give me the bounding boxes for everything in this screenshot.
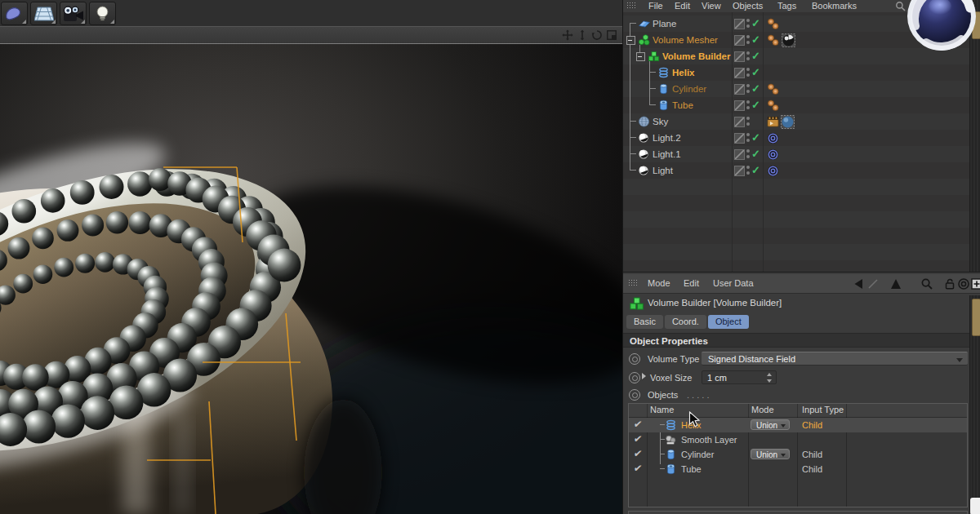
target-tag-icon[interactable] — [767, 165, 779, 177]
expand-arrow-icon[interactable] — [642, 373, 646, 379]
viewport-pan-icon[interactable] — [561, 29, 573, 41]
object-row-tube[interactable]: Tube✓ — [623, 97, 969, 113]
enabled-check-icon[interactable]: ✓ — [751, 33, 760, 46]
voxel-size-key-radio[interactable] — [629, 372, 640, 383]
table-row-smooth-layer[interactable]: ✔Smooth Layer — [629, 432, 967, 447]
enabled-check-icon[interactable]: ✓ — [751, 50, 760, 62]
orange-dots-tag-icon[interactable] — [767, 99, 780, 113]
visibility-dots[interactable] — [746, 84, 750, 94]
layer-color-chip[interactable] — [734, 19, 745, 29]
tube-icon[interactable] — [657, 100, 670, 111]
mode-dropdown[interactable]: Union — [751, 449, 790, 459]
enabled-check-icon[interactable]: ✓ — [751, 164, 760, 176]
enabled-check-icon[interactable]: ✓ — [751, 66, 760, 78]
viewport-dolly-zoom-icon[interactable] — [576, 29, 588, 41]
camera-tool-button[interactable] — [60, 2, 87, 25]
row-check-icon[interactable]: ✔ — [633, 433, 643, 445]
volume-type-dropdown[interactable]: Signed Distance Field — [702, 352, 968, 366]
visibility-dots[interactable] — [746, 149, 750, 159]
light-icon[interactable] — [638, 148, 650, 160]
row-check-icon[interactable]: ✔ — [633, 448, 643, 459]
object-row-light-2[interactable]: Light.2✓ — [623, 130, 969, 146]
object-row-light-1[interactable]: Light.1✓ — [623, 146, 969, 162]
table-row-helix[interactable]: ✔HelixUnionChild — [629, 418, 967, 432]
panel-resize-handle[interactable] — [970, 498, 980, 514]
orange-dots-tag-icon[interactable] — [767, 33, 780, 47]
target-icon[interactable] — [957, 277, 970, 290]
om-menu-tags[interactable]: Tags — [777, 1, 796, 11]
object-row-sky[interactable]: Sky — [623, 113, 969, 130]
viewport-toggle-maximize-icon[interactable] — [605, 29, 617, 41]
am-menu-edit[interactable]: Edit — [684, 278, 699, 288]
expand-toggle-icon[interactable] — [636, 52, 645, 61]
voxel-size-stepper[interactable] — [766, 373, 773, 383]
target-tag-icon[interactable] — [767, 132, 779, 144]
panel-grip-icon[interactable] — [626, 2, 637, 10]
visibility-dots[interactable] — [746, 133, 750, 143]
material-blue-tag-icon[interactable] — [781, 115, 795, 129]
layer-color-chip[interactable] — [734, 166, 745, 176]
am-menu-userdata[interactable]: User Data — [713, 278, 754, 288]
layer-color-chip[interactable] — [734, 35, 745, 46]
enabled-check-icon[interactable]: ✓ — [751, 82, 760, 95]
am-menu-mode[interactable]: Mode — [648, 278, 670, 288]
tab-coord[interactable]: Coord. — [665, 315, 706, 329]
plane-icon[interactable] — [638, 18, 650, 29]
volume-type-key-radio[interactable] — [629, 353, 640, 365]
up-icon[interactable] — [889, 277, 902, 290]
volume-builder-icon[interactable] — [648, 51, 660, 62]
material-dark-tag-icon[interactable] — [782, 33, 795, 47]
table-row-cylinder[interactable]: ✔CylinderUnionChild — [629, 447, 967, 462]
enabled-check-icon[interactable]: ✓ — [751, 131, 760, 144]
objects-key-radio[interactable] — [629, 389, 640, 401]
layer-color-chip[interactable] — [734, 100, 745, 111]
row-check-icon[interactable]: ✔ — [633, 463, 643, 474]
layer-color-chip[interactable] — [734, 149, 745, 160]
object-row-helix[interactable]: Helix✓ — [623, 64, 969, 81]
tab-basic[interactable]: Basic — [626, 315, 663, 329]
lock-icon[interactable] — [943, 277, 956, 290]
enabled-check-icon[interactable]: ✓ — [751, 17, 760, 29]
col-name[interactable]: Name — [650, 405, 674, 414]
om-menu-objects[interactable]: Objects — [733, 1, 763, 11]
visibility-dots[interactable] — [746, 19, 750, 29]
om-menu-edit[interactable]: Edit — [675, 1, 690, 11]
visibility-dots[interactable] — [746, 51, 750, 61]
tab-object[interactable]: Object — [708, 315, 749, 329]
table-row-tube[interactable]: ✔TubeChild — [629, 462, 967, 476]
voxel-size-field[interactable]: 1 cm — [702, 370, 777, 384]
enabled-check-icon[interactable]: ✓ — [751, 99, 760, 111]
viewport-render-area[interactable] — [0, 44, 622, 514]
layer-color-chip[interactable] — [734, 133, 745, 144]
visibility-dots[interactable] — [746, 35, 750, 45]
layer-color-chip[interactable] — [734, 84, 745, 95]
search-icon[interactable] — [920, 277, 933, 290]
helix-icon[interactable] — [657, 67, 670, 78]
am-scrollbar-thumb[interactable] — [972, 299, 980, 336]
panel-grip-icon[interactable] — [628, 279, 639, 287]
object-row-light[interactable]: Light✓ — [623, 162, 969, 179]
visibility-dots[interactable] — [746, 117, 750, 126]
cylinder-icon[interactable] — [657, 83, 670, 95]
light-icon[interactable] — [638, 165, 650, 176]
volume-mesher-icon[interactable] — [638, 34, 650, 46]
enabled-check-icon[interactable]: ✓ — [751, 148, 760, 160]
spline-pen-tool-button[interactable] — [1, 2, 28, 25]
layer-color-chip[interactable] — [734, 51, 745, 62]
om-menu-view[interactable]: View — [702, 1, 721, 11]
layer-color-chip[interactable] — [734, 68, 745, 78]
orange-dots-tag-icon[interactable] — [767, 17, 780, 31]
layer-color-chip[interactable] — [734, 117, 745, 127]
col-input-type[interactable]: Input Type — [802, 405, 844, 414]
visibility-dots[interactable] — [746, 68, 750, 78]
light-tool-button[interactable] — [89, 2, 116, 25]
sky-icon[interactable] — [638, 116, 650, 127]
om-menu-file[interactable]: File — [648, 1, 663, 11]
am-scrollbar[interactable] — [969, 295, 980, 514]
mode-dropdown[interactable]: Union — [751, 419, 790, 430]
om-menu-bookmarks[interactable]: Bookmarks — [812, 1, 857, 11]
target-tag-icon[interactable] — [767, 148, 779, 161]
expand-toggle-icon[interactable] — [626, 36, 635, 45]
object-row-cylinder[interactable]: Cylinder✓ — [623, 81, 969, 97]
clapboard-tag-icon[interactable] — [767, 116, 779, 127]
